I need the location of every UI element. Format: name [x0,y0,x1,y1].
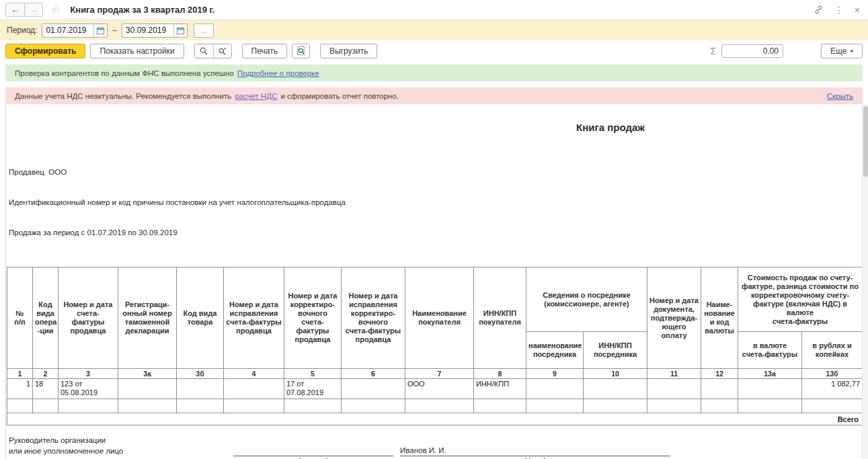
total-label[interactable]: Всего [7,413,863,425]
cell-op-code[interactable]: 18 [33,379,58,399]
vat-calc-link[interactable]: расчет НДС [235,92,277,100]
period-to-field[interactable]: 30.09.2019 [122,24,188,38]
empty-cell[interactable] [33,399,58,413]
col-number: 3б [177,369,224,379]
col-number: 6 [342,369,405,379]
close-icon[interactable]: × [855,5,860,15]
empty-cell[interactable] [118,399,177,413]
warning-notification: Данные учета НДС неактуальны. Рекомендуе… [5,87,863,104]
calendar-icon[interactable] [93,24,107,37]
cell-buyer-name[interactable]: ООО [405,379,474,399]
show-settings-button[interactable]: Показать настройки [90,44,184,58]
cell-customs[interactable] [118,379,177,399]
col-number: 2 [33,369,58,379]
page-title: Книга продаж за 3 квартал 2019 г. [70,5,214,15]
success-text: Проверка контрагентов по данным ФНС выпо… [15,69,234,77]
col-header-adj-invoice-fix: Номер и дата исправления корректиро- воч… [342,267,405,369]
cell-num[interactable]: 1 [7,379,33,399]
col-header-cost-rub: в рублях и копейках [802,332,863,369]
empty-cell[interactable] [647,399,701,413]
period-from-value[interactable]: 01.07.2019 [42,26,93,35]
col-number: 13а [738,369,802,379]
empty-cell[interactable] [526,399,584,413]
report-area: Книга продаж Продавец ООО Идентификацион… [5,104,868,459]
period-bar: Период: 01.07.2019 – 30.09.2019 ... [0,20,868,40]
success-notification: Проверка контрагентов по данным ФНС выпо… [5,65,863,81]
vertical-scrollbar[interactable] [862,104,868,459]
col-header-buyer-name: Наименование покупателя [405,267,474,369]
cell-currency[interactable] [701,379,738,399]
empty-cell[interactable] [342,399,405,413]
col-header-intermediary-group: Сведения о посреднике (комиссионере, аге… [526,267,647,332]
head-sign-field: (подпись) [233,446,393,459]
col-header-currency: Наиме- нование и код валюты [701,267,738,369]
col-number: 8 [474,369,526,379]
empty-cell[interactable] [701,399,738,413]
head-label-line1: Руководитель организации [9,435,233,446]
sales-book-table: № п/п Код вида опера -ции Номер и дата с… [7,267,863,425]
print-preview-icon[interactable] [292,44,310,58]
period-from-field[interactable]: 01.07.2019 [42,24,108,38]
head-fio-field: Иванов И. И. (ф.и.о) [400,446,670,459]
id-line: Идентификационный номер и код причины по… [9,198,868,208]
col-header-adj-invoice: Номер и дата корректиро- вочного счета-ф… [284,267,342,369]
titlebar: ← → ☆ Книга продаж за 3 квартал 2019 г. … [0,0,868,20]
calendar-icon[interactable] [173,24,187,37]
col-number: 10 [584,369,647,379]
empty-cell[interactable] [474,399,526,413]
empty-cell[interactable] [224,399,284,413]
search-next-icon[interactable] [213,44,231,58]
total-row: Всего [7,413,863,425]
empty-cell[interactable] [802,399,863,413]
col-number: 3 [58,369,118,379]
empty-cell[interactable] [177,399,224,413]
link-icon[interactable] [814,5,824,15]
cell-intermediary-name[interactable] [526,379,584,399]
col-header-customs: Регистраци- онный номер таможенной декла… [118,267,177,369]
cell-invoice-fix[interactable] [224,379,284,399]
empty-cell[interactable] [584,399,647,413]
titlebar-actions: ⋮ × [814,5,860,15]
generate-button[interactable]: Сформировать [5,44,85,58]
search-icon[interactable] [195,44,213,58]
sum-input[interactable] [721,44,783,58]
report-title: Книга продаж [576,122,645,133]
period-options-button[interactable]: ... [194,24,214,38]
cell-goods-code[interactable] [177,379,224,399]
cell-invoice[interactable]: 123 от 05.08.2019 [58,379,118,399]
signatures-section: Руководитель организации или иное уполно… [9,435,868,459]
fio-caption: (ф.и.о) [400,456,670,459]
warning-text-before: Данные учета НДС неактуальны. Рекомендуе… [15,92,231,100]
cell-buyer-inn[interactable]: ИНН/КПП [474,379,526,399]
print-button[interactable]: Печать [242,44,287,58]
col-header-payment-doc: Номер и дата документа, подтвержда- ющег… [647,267,701,369]
empty-cell[interactable] [738,399,802,413]
empty-cell[interactable] [405,399,474,413]
cell-cost-rub[interactable]: 1 082,77 [802,379,863,399]
cell-cost-currency[interactable] [738,379,802,399]
period-to-value[interactable]: 30.09.2019 [122,26,173,35]
col-header-num: № п/п [7,267,33,369]
favorite-star-icon[interactable]: ☆ [51,5,61,15]
col-header-intermediary-name: наименование посредника [526,332,584,369]
cell-payment-doc[interactable] [647,379,701,399]
back-button[interactable]: ← [6,3,24,16]
more-button[interactable]: Еще ▾ [821,44,863,58]
empty-cell[interactable] [284,399,342,413]
empty-cell[interactable] [58,399,118,413]
cell-intermediary-inn[interactable] [584,379,647,399]
more-menu-icon[interactable]: ⋮ [834,5,844,15]
sign-caption: (подпись) [233,456,393,459]
cell-adj-invoice[interactable]: 17 от 07.08.2019 [284,379,342,399]
export-button[interactable]: Выгрузить [320,44,378,58]
hide-link[interactable]: Скрыть [827,92,853,100]
toolbar: Сформировать Показать настройки Печать В… [0,40,868,61]
col-number: 3а [118,369,177,379]
scrollbar-thumb[interactable] [863,106,868,177]
col-number: 13б [802,369,863,379]
table-row: 1 18 123 от 05.08.2019 17 от 07.08.2019 … [7,379,863,399]
cell-adj-invoice-fix[interactable] [342,379,405,399]
check-details-link[interactable]: Подробнее о проверке [237,69,319,77]
empty-cell[interactable] [7,399,33,413]
forward-button[interactable]: → [24,3,42,16]
